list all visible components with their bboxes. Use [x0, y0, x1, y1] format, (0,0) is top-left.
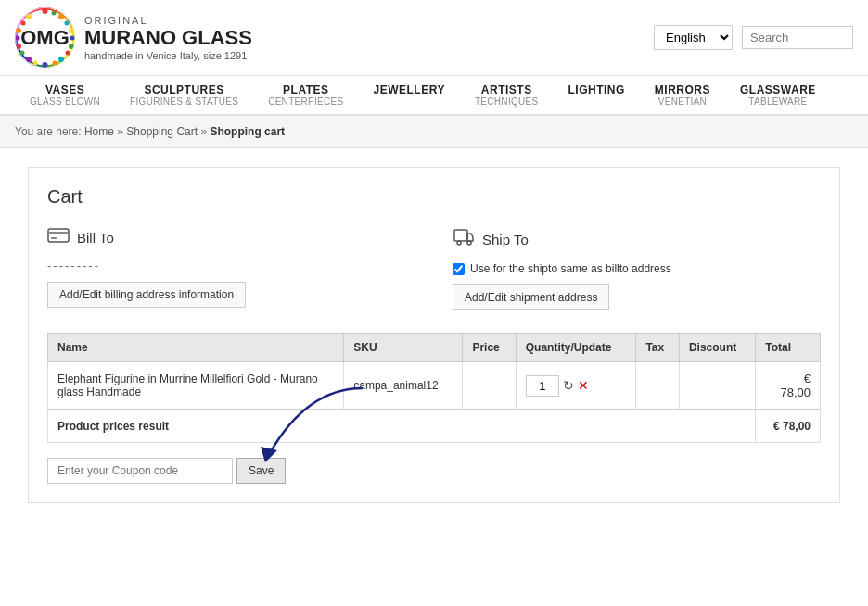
- remove-item-button[interactable]: ✕: [578, 378, 589, 393]
- svg-point-26: [457, 241, 461, 245]
- svg-point-17: [33, 61, 38, 66]
- product-discount: [679, 362, 755, 410]
- col-tax: Tax: [636, 334, 680, 362]
- bill-to-value: ---------: [47, 259, 415, 272]
- coupon-row: Save: [47, 458, 821, 484]
- svg-point-13: [65, 21, 70, 26]
- same-address-label: Use for the shipto same as billto addres…: [470, 262, 671, 275]
- svg-rect-25: [454, 230, 467, 241]
- breadcrumb-prefix: You are here:: [15, 125, 84, 138]
- svg-point-16: [53, 61, 57, 66]
- cart-title: Cart: [47, 186, 821, 208]
- svg-point-19: [16, 36, 20, 41]
- bill-to-icon: [47, 226, 70, 249]
- nav-items-container: VASES GLASS BLOWN SCULPTURES FIGURINES &…: [15, 76, 853, 114]
- nav-item-jewellery[interactable]: JEWELLERY: [359, 76, 460, 114]
- page-header: OMG ORIGINAL MURANO GLASS handmade in Ve…: [0, 0, 868, 76]
- nav-item-sculptures[interactable]: SCULPTURES FIGURINES & STATUES: [115, 76, 253, 114]
- breadcrumb-sep2: »: [200, 125, 210, 138]
- svg-point-12: [52, 11, 57, 16]
- breadcrumb: You are here: Home » Shopping Cart » Sho…: [0, 116, 868, 148]
- svg-point-2: [43, 8, 48, 14]
- svg-point-4: [69, 28, 74, 33]
- table-row: Elephant Figurine in Murrine Millelfiori…: [48, 362, 821, 410]
- col-total: Total: [756, 334, 821, 362]
- logo-tagline: handmade in Venice Italy, size 1291: [84, 50, 252, 61]
- ship-to-icon: [453, 226, 475, 253]
- nav-item-plates[interactable]: PLATES CENTERPIECES: [253, 76, 358, 114]
- bill-to-label: Bill To: [77, 230, 114, 246]
- col-price: Price: [463, 334, 516, 362]
- col-discount: Discount: [679, 334, 755, 362]
- nav-item-lighting[interactable]: LIGHTING: [554, 76, 640, 114]
- page-content: Cart Bill To --------- Add/Edit billin: [0, 148, 868, 522]
- main-navigation: VASES GLASS BLOWN SCULPTURES FIGURINES &…: [0, 76, 868, 116]
- nav-item-mirrors[interactable]: MIRRORS VENETIAN: [640, 76, 725, 114]
- address-section: Bill To --------- Add/Edit billing addre…: [47, 226, 821, 310]
- cart-table: Name SKU Price Quantity/Update Tax Disco…: [47, 333, 821, 443]
- coupon-section: Save: [47, 458, 821, 484]
- logo-text: ORIGINAL MURANO GLASS handmade in Venice…: [84, 15, 252, 61]
- product-tax: [636, 362, 680, 410]
- svg-point-20: [21, 21, 26, 26]
- ship-to-label: Ship To: [482, 232, 529, 247]
- add-edit-shipment-button[interactable]: Add/Edit shipment address: [453, 284, 609, 310]
- svg-point-3: [58, 14, 64, 19]
- nav-item-glassware[interactable]: GLASSWARE TABLEWARE: [725, 76, 831, 114]
- same-address-row: Use for the shipto same as billto addres…: [453, 262, 821, 275]
- nav-item-vases[interactable]: VASES GLASS BLOWN: [15, 76, 115, 114]
- product-price: [463, 362, 516, 410]
- ship-to-block: Ship To Use for the shipto same as billt…: [453, 226, 821, 310]
- refresh-quantity-button[interactable]: ↻: [563, 378, 574, 393]
- svg-rect-23: [48, 232, 69, 234]
- svg-point-15: [66, 51, 70, 56]
- cart-table-header: Name SKU Price Quantity/Update Tax Disco…: [48, 334, 821, 362]
- cart-table-body: Elephant Figurine in Murrine Millelfiori…: [48, 362, 821, 443]
- header-controls: English Italian German French: [654, 25, 853, 50]
- svg-point-5: [69, 44, 74, 49]
- quantity-input[interactable]: [526, 375, 559, 397]
- price-result-label: Product prices result: [48, 410, 756, 443]
- price-result-value: € 78,00: [756, 410, 821, 443]
- svg-rect-22: [48, 229, 69, 242]
- search-input[interactable]: [742, 26, 853, 49]
- logo-area: OMG ORIGINAL MURANO GLASS handmade in Ve…: [15, 7, 252, 68]
- coupon-input[interactable]: [47, 458, 233, 484]
- svg-point-14: [70, 36, 75, 41]
- add-edit-billing-button[interactable]: Add/Edit billing address information: [47, 282, 246, 308]
- breadcrumb-current: Shopping cart: [210, 125, 285, 138]
- svg-point-6: [58, 57, 64, 62]
- breadcrumb-cart-link[interactable]: Shopping Cart: [126, 125, 198, 138]
- price-result-row: Product prices result € 78,00: [48, 410, 821, 443]
- svg-point-11: [26, 14, 32, 19]
- product-name: Elephant Figurine in Murrine Millelfiori…: [48, 362, 344, 410]
- quantity-controls: ↻ ✕: [526, 375, 627, 397]
- product-sku: campa_animal12: [344, 362, 463, 410]
- svg-point-7: [43, 62, 48, 68]
- col-sku: SKU: [344, 334, 463, 362]
- col-quantity: Quantity/Update: [516, 334, 636, 362]
- logo-circle-icon: OMG: [15, 7, 75, 68]
- svg-rect-24: [51, 237, 57, 239]
- product-total: € 78,00: [756, 362, 821, 410]
- same-address-checkbox[interactable]: [453, 263, 465, 275]
- coupon-save-button[interactable]: Save: [236, 458, 286, 484]
- svg-point-27: [467, 241, 471, 245]
- cart-table-header-row: Name SKU Price Quantity/Update Tax Disco…: [48, 334, 821, 362]
- language-selector[interactable]: English Italian German French: [654, 25, 733, 50]
- nav-item-artists[interactable]: ARTISTS TECHNIQUES: [460, 76, 554, 114]
- svg-point-8: [26, 57, 32, 62]
- breadcrumb-home[interactable]: Home: [84, 125, 114, 138]
- logo-original-text: ORIGINAL: [84, 15, 252, 26]
- ship-to-header: Ship To: [453, 226, 821, 253]
- breadcrumb-sep1: »: [117, 125, 126, 138]
- cart-container: Cart Bill To --------- Add/Edit billin: [28, 167, 840, 503]
- col-name: Name: [48, 334, 344, 362]
- bill-to-header: Bill To: [47, 226, 415, 249]
- bill-to-block: Bill To --------- Add/Edit billing addre…: [47, 226, 415, 310]
- product-quantity-cell: ↻ ✕: [516, 362, 636, 410]
- svg-point-18: [20, 51, 25, 56]
- logo-brand-text: MURANO GLASS: [84, 26, 252, 50]
- svg-text:OMG: OMG: [20, 26, 70, 49]
